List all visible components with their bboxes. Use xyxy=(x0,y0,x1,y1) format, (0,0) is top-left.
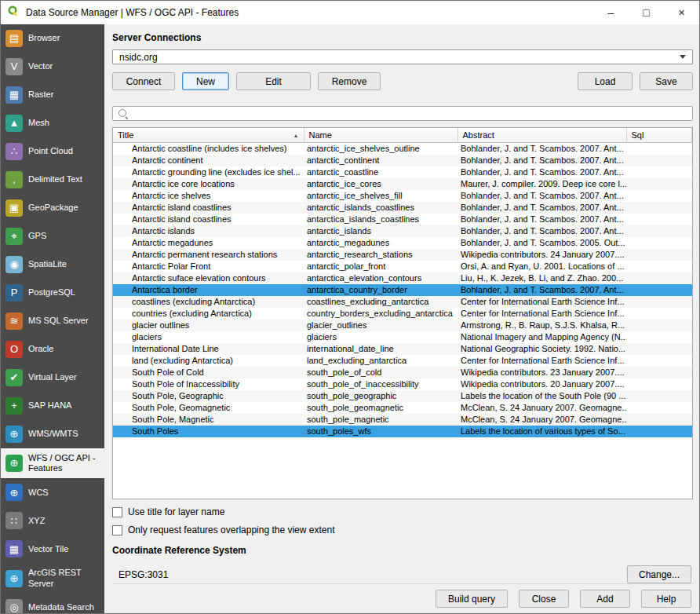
table-row[interactable]: Antarctic grounding line (excludes ice s… xyxy=(113,166,692,178)
table-row[interactable]: Antarctic continentantarctic_continentBo… xyxy=(113,155,692,166)
cell-name: antarctica_country_border xyxy=(304,284,458,296)
cell-abstract: Bohlander, J. and T. Scambos. 2007. Ant.… xyxy=(458,166,626,178)
qgis-logo-icon xyxy=(7,5,20,20)
sidebar-item-label: XYZ xyxy=(28,516,45,526)
sidebar-item-label: MS SQL Server xyxy=(28,316,89,326)
sidebar-item-wfs-ogc-api-features[interactable]: ⊕WFS / OGC API - Features xyxy=(1,448,104,478)
sidebar-item-metadata-search[interactable]: ◎Metadata Search xyxy=(1,594,104,613)
table-row[interactable]: Antarctic island coastlinesantarctica_is… xyxy=(113,214,692,225)
sidebar-item-wms-wmts[interactable]: ⊕WMS/WMTS xyxy=(1,420,104,448)
table-row[interactable]: Antarctic coastline (includes ice shelve… xyxy=(113,142,692,155)
table-row[interactable]: countries (excluding Antarctica)country_… xyxy=(113,308,692,320)
build-query-button[interactable]: Build query xyxy=(436,590,508,608)
server-connection-select[interactable]: nsidc.org xyxy=(112,49,693,64)
sidebar-item-arcgis-rest-server[interactable]: ⊕ArcGIS REST Server xyxy=(1,563,104,593)
table-row[interactable]: Antarctica borderantarctica_country_bord… xyxy=(113,284,692,296)
cell-abstract: Labels the location of various types of … xyxy=(458,426,626,437)
load-button[interactable]: Load xyxy=(578,72,633,90)
sidebar-item-oracle[interactable]: OOracle xyxy=(1,335,104,364)
table-row[interactable]: Antarctic island coastlinesantarctic_isl… xyxy=(113,202,692,214)
sidebar-item-label: Browser xyxy=(28,33,60,43)
cell-abstract: Wikipedia contributors. 24 January 2007.… xyxy=(458,249,626,261)
add-button[interactable]: Add xyxy=(580,590,630,608)
table-row[interactable]: Antarctic Polar Frontantarctic_polar_fro… xyxy=(113,261,692,272)
table-row[interactable]: land (excluding Antarctica)land_excludin… xyxy=(113,355,692,367)
sidebar-item-vector-tile[interactable]: ▦Vector Tile xyxy=(1,535,104,563)
table-row[interactable]: glacier outlinesglacier_outlinesArmstron… xyxy=(113,320,692,331)
maximize-button[interactable]: □ xyxy=(629,1,664,24)
search-input[interactable] xyxy=(133,108,687,119)
table-row[interactable]: South Pole of Inaccessibilitysouth_pole_… xyxy=(113,378,692,390)
new-button[interactable]: New xyxy=(182,72,229,90)
sidebar-item-label: Vector xyxy=(28,61,53,71)
sidebar-item-vector[interactable]: VVector xyxy=(1,53,104,81)
table-row[interactable]: South Pole, Geomagneticsouth_pole_geomag… xyxy=(113,402,692,414)
column-header-sql[interactable]: Sql xyxy=(626,128,692,142)
table-row[interactable]: Antarctic islandsantarctic_islandsBohlan… xyxy=(113,225,692,237)
cell-title: countries (excluding Antarctica) xyxy=(113,308,304,320)
sidebar-item-label: SAP HANA xyxy=(28,400,71,411)
cell-name: antarctic_ice_shelves_outline xyxy=(304,142,458,155)
crs-heading: Coordinate Reference System xyxy=(112,545,693,556)
sidebar-item-label: Delimited Text xyxy=(28,174,82,185)
table-row[interactable]: South Pole of Coldsouth_pole_of_coldWiki… xyxy=(113,367,692,378)
sidebar-item-virtual-layer[interactable]: ✔Virtual Layer xyxy=(1,364,104,392)
sidebar-item-label: Mesh xyxy=(28,118,49,128)
table-row[interactable]: glaciersglaciersNational Imagery and Map… xyxy=(113,331,692,343)
column-header-title[interactable]: Title ▲ xyxy=(113,128,304,142)
table-row[interactable]: Antarctic ice core locationsantarctic_ic… xyxy=(113,178,692,190)
minimize-button[interactable]: – xyxy=(593,1,629,24)
cell-abstract: Bohlander, J. and T. Scambos. 2007. Ant.… xyxy=(458,284,626,296)
oracle-icon: O xyxy=(5,341,23,358)
table-row[interactable]: South Pole, Geographicsouth_pole_geograp… xyxy=(113,390,692,402)
edit-button[interactable]: Edit xyxy=(236,72,311,90)
table-row[interactable]: Antarctic permanent research stationsant… xyxy=(113,249,692,261)
close-dialog-button[interactable]: Close xyxy=(519,590,569,608)
sidebar-item-browser[interactable]: ▤Browser xyxy=(1,24,104,53)
column-header-abstract[interactable]: Abstract xyxy=(458,128,626,142)
column-header-name[interactable]: Name xyxy=(304,128,458,142)
table-row[interactable]: Antarctic suface elevation contoursantar… xyxy=(113,272,692,284)
sidebar-item-delimited-text[interactable]: ,Delimited Text xyxy=(1,166,104,194)
sidebar-item-ms-sql-server[interactable]: ≋MS SQL Server xyxy=(1,307,104,335)
overlap-extent-checkbox[interactable] xyxy=(112,525,122,535)
cell-abstract: Center for International Earth Science I… xyxy=(458,308,626,320)
cell-abstract: McClean, S. 24 January 2007. Geomagne... xyxy=(458,402,626,414)
sidebar-item-sap-hana[interactable]: +SAP HANA xyxy=(1,392,104,420)
cell-name: south_pole_geographic xyxy=(304,390,458,402)
sidebar-item-postgresql[interactable]: PPostgreSQL xyxy=(1,279,104,307)
use-title-checkbox[interactable] xyxy=(112,507,122,517)
table-row[interactable]: Antarctic megadunesantarctic_megadunesBo… xyxy=(113,237,692,249)
use-title-option[interactable]: Use title for layer name xyxy=(112,506,693,517)
overlap-extent-option[interactable]: Only request features overlapping the vi… xyxy=(112,524,693,535)
cell-title: Antarctic island coastlines xyxy=(113,214,304,225)
sidebar-item-label: GeoPackage xyxy=(28,203,78,213)
table-row[interactable]: Antarctic ice shelvesantarctic_ice_shelv… xyxy=(113,190,692,202)
close-button[interactable]: × xyxy=(664,1,699,24)
cell-name: antarctic_research_stations xyxy=(304,249,458,261)
cell-abstract: National Imagery and Mapping Agency (N..… xyxy=(458,331,626,343)
cell-abstract: National Geographic Society. 1992. Natio… xyxy=(458,343,626,355)
table-row[interactable]: South Polessouth_poles_wfsLabels the loc… xyxy=(113,426,692,437)
sidebar-item-raster[interactable]: ▦Raster xyxy=(1,81,104,109)
remove-button[interactable]: Remove xyxy=(318,72,381,90)
sidebar-item-point-cloud[interactable]: ∴Point Cloud xyxy=(1,137,104,166)
table-row[interactable]: International Date Lineinternational_dat… xyxy=(113,343,692,355)
sidebar-item-xyz[interactable]: ∷XYZ xyxy=(1,506,104,535)
vector-icon: V xyxy=(5,58,23,75)
cell-abstract: Liu, H., K. Jezek, B. Li, and Z. Zhao. 2… xyxy=(458,272,626,284)
cell-sql xyxy=(626,414,692,426)
cell-abstract: McClean, S. 24 January 2007. Geomagne... xyxy=(458,414,626,426)
table-row[interactable]: South Pole, Magneticsouth_pole_magneticM… xyxy=(113,414,692,426)
table-row[interactable]: coastlines (excluding Antarctica)coastli… xyxy=(113,296,692,308)
sidebar-item-wcs[interactable]: ⊕WCS xyxy=(1,478,104,506)
change-crs-button[interactable]: Change... xyxy=(627,565,691,583)
save-button[interactable]: Save xyxy=(640,72,693,90)
sidebar-item-spatialite[interactable]: ◉SpatiaLite xyxy=(1,250,104,279)
connect-button[interactable]: Connect xyxy=(112,72,175,90)
sidebar-item-mesh[interactable]: ▲Mesh xyxy=(1,109,104,137)
help-button[interactable]: Help xyxy=(641,590,691,608)
sidebar-item-geopackage[interactable]: ▣GeoPackage xyxy=(1,194,104,222)
cell-title: glaciers xyxy=(113,331,304,343)
sidebar-item-gps[interactable]: ⌖GPS xyxy=(1,222,104,250)
